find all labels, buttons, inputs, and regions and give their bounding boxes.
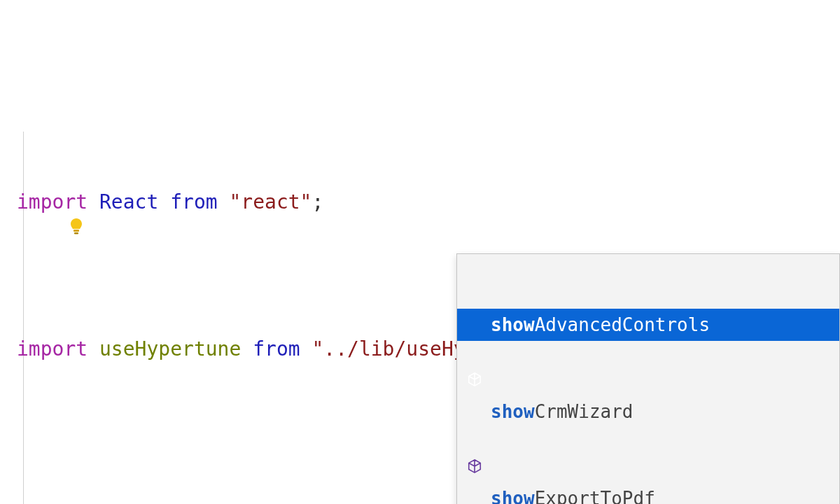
autocomplete-match: show [491, 314, 535, 335]
identifier-react: React [99, 190, 158, 214]
autocomplete-item[interactable]: showExportToPdf [457, 482, 839, 504]
autocomplete-match: show [491, 488, 535, 505]
keyword-from: from [170, 190, 217, 214]
autocomplete-rest: ExportToPdf [535, 488, 655, 505]
keyword-from: from [253, 337, 300, 360]
svg-rect-0 [74, 230, 79, 232]
keyword-import: import [17, 337, 88, 360]
cube-icon [467, 491, 482, 504]
cube-icon [467, 317, 482, 332]
autocomplete-item[interactable]: showAdvancedControls [457, 309, 839, 341]
autocomplete-popup[interactable]: showAdvancedControls showCrmWizard showE… [456, 253, 840, 504]
cube-icon [467, 404, 482, 419]
semicolon: ; [312, 190, 323, 214]
string-literal: "react" [229, 190, 312, 214]
autocomplete-match: show [491, 401, 535, 422]
lightbulb-icon[interactable] [21, 186, 38, 206]
code-editor[interactable]: import React from "react"; import useHyp… [0, 0, 840, 504]
autocomplete-rest: AdvancedControls [535, 314, 710, 335]
autocomplete-item[interactable]: showCrmWizard [457, 396, 839, 428]
identifier-usehypertune: useHypertune [99, 337, 241, 360]
svg-rect-1 [74, 232, 78, 234]
code-line[interactable]: import React from "react"; [17, 188, 840, 217]
autocomplete-rest: CrmWizard [535, 401, 634, 422]
